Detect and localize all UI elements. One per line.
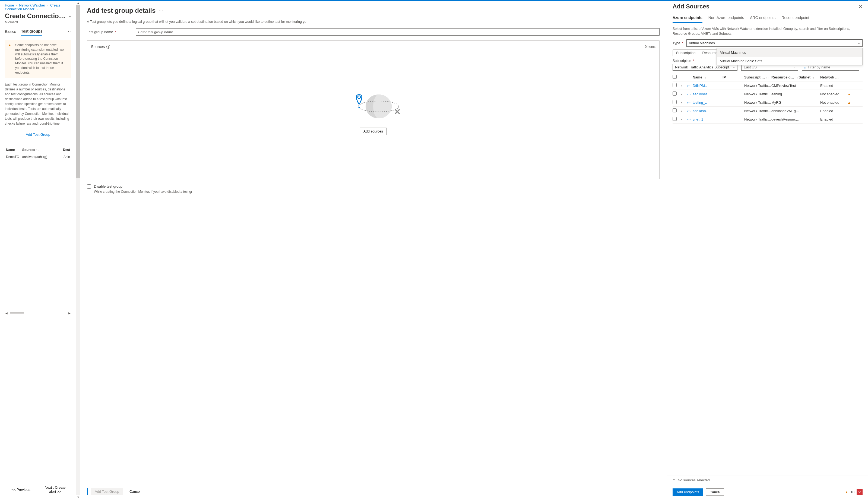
scroll-left-icon[interactable]: ◀ [5, 312, 8, 315]
search-icon: ⌕ [804, 65, 806, 69]
tab-azure-endpoints[interactable]: Azure endpoints [672, 15, 703, 23]
warning-text: Some endpoints do not have monitoring ex… [15, 43, 64, 74]
type-select[interactable]: Virtual Machines ⌄ [686, 39, 863, 47]
cell-network: Enabled [820, 109, 847, 113]
col-ip[interactable]: IP [722, 75, 744, 79]
svg-rect-12 [688, 110, 688, 111]
tab-non-azure-endpoints[interactable]: Non-Azure endpoints [708, 15, 744, 23]
vnet-icon [687, 92, 693, 96]
row-checkbox[interactable] [672, 117, 677, 121]
add-test-group-button[interactable]: Add Test Group [5, 131, 71, 138]
info-icon[interactable]: i [107, 45, 110, 49]
type-option-vmss[interactable]: Virtual Machine Scale Sets [717, 57, 862, 65]
cell-sources: aahilvnet(aahilrg) [22, 155, 60, 159]
cell-network: Not enabled [820, 100, 847, 105]
cancel-button[interactable]: Cancel [126, 488, 144, 495]
col-dest-header[interactable]: Dest [60, 148, 70, 152]
col-subnet[interactable]: Subnet↑↓ [798, 75, 820, 79]
col-name[interactable]: Name↑↓ [693, 75, 722, 79]
tab-recent-endpoint[interactable]: Recent endpoint [781, 15, 809, 23]
panel-description: Select from a list of Azure VMs with Net… [672, 26, 863, 36]
add-endpoints-button[interactable]: Add endpoints [672, 488, 703, 496]
cell-subscription: Network Traffic… [744, 92, 771, 96]
svg-point-3 [359, 107, 360, 108]
endpoints-grid: Name↑↓ IP Subscripti…↑↓ Resource g…↑↓ Su… [672, 73, 863, 123]
row-checkbox[interactable] [672, 108, 677, 112]
expand-icon[interactable]: › [681, 92, 687, 96]
horizontal-scrollbar[interactable]: ◀ ▶ [5, 311, 71, 315]
chevron-down-icon: ⌄ [733, 65, 735, 69]
tab-test-groups[interactable]: Test groups [21, 27, 42, 36]
svg-rect-9 [689, 94, 690, 94]
cell-resource-group: abhilashaVM_g… [771, 109, 798, 113]
error-badge[interactable]: ✕ [857, 489, 863, 495]
table-row[interactable]: ›DtlNPM..Network Traffic…CMPreviewTestEn… [672, 82, 863, 90]
svg-rect-10 [688, 102, 688, 102]
expand-icon[interactable]: › [681, 84, 687, 88]
breadcrumb-home[interactable]: Home [5, 3, 14, 7]
cell-subscription: Network Traffic… [744, 109, 771, 113]
expand-icon[interactable]: › [681, 117, 687, 121]
cell-resource-group: MyRG [771, 100, 798, 105]
scroll-right-icon[interactable]: ▶ [68, 312, 71, 315]
tab-arc-endpoints[interactable]: ARC endpoints [750, 15, 776, 23]
row-checkbox[interactable] [672, 100, 677, 104]
table-row[interactable]: ›testing_..Network Traffic…MyRGNot enabl… [672, 98, 863, 107]
col-network[interactable]: Network … [820, 75, 847, 79]
warning-count: 10 [851, 490, 854, 494]
cell-resource-group: aahilrg [771, 92, 798, 96]
row-checkbox[interactable] [672, 83, 677, 87]
expand-icon[interactable]: › [681, 109, 687, 113]
more-icon[interactable]: ··· [66, 29, 71, 33]
breadcrumb-network-watcher[interactable]: Network Watcher [19, 3, 45, 7]
cell-name: DtlNPM.. [693, 84, 722, 88]
chevron-up-icon[interactable]: ⌃ [672, 478, 675, 482]
close-icon[interactable]: ✕ [858, 3, 863, 10]
select-all-checkbox[interactable] [672, 75, 677, 79]
warning-icon: ▲ [845, 490, 848, 494]
more-icon[interactable]: ··· [159, 9, 163, 13]
cell-name: testing_.. [693, 100, 722, 105]
type-option-vm[interactable]: Virtual Machines [717, 48, 862, 57]
cell-dest: Anin [60, 155, 70, 159]
type-label: Type * [672, 41, 683, 45]
row-checkbox[interactable] [672, 92, 677, 96]
collapse-icon[interactable]: « [69, 14, 71, 18]
disable-test-group-sublabel: While creating the Connection Monitor, i… [94, 190, 659, 194]
svg-point-2 [358, 96, 360, 99]
next-button[interactable]: Next : Create alert >> [39, 484, 71, 495]
cancel-button[interactable]: Cancel [706, 488, 724, 496]
warning-icon: ▲ [847, 92, 854, 96]
cell-subscription: Network Traffic… [744, 100, 771, 105]
no-sources-label: No sources selected [678, 478, 710, 482]
cell-name: aahilvnet [693, 92, 722, 96]
add-sources-button[interactable]: Add sources [360, 127, 386, 135]
table-row[interactable]: ›vnet_1Network Traffic…deveshResourc…Ena… [672, 115, 863, 123]
table-row[interactable]: ›aahilvnetNetwork Traffic…aahilrgNot ena… [672, 90, 863, 98]
sources-label: Sources [91, 45, 105, 49]
col-subscription[interactable]: Subscripti…↑↓ [744, 75, 771, 79]
cell-name: DemoTG [6, 155, 22, 159]
col-resource-group[interactable]: Resource g…↑↓ [771, 75, 798, 79]
warning-banner: ▲ Some endpoints do not have monitoring … [5, 40, 71, 78]
cell-subscription: Network Traffic… [744, 84, 771, 88]
globe-illustration [343, 88, 403, 121]
tab-basics[interactable]: Basics [5, 27, 16, 35]
table-row[interactable]: ›abhilash.Network Traffic…abhilashaVM_g…… [672, 107, 863, 115]
vnet-icon [687, 84, 693, 87]
disable-test-group-checkbox[interactable] [87, 184, 91, 189]
svg-rect-8 [688, 94, 688, 94]
segment-subscription[interactable]: Subscription [673, 50, 699, 56]
previous-button[interactable]: << Previous [5, 484, 37, 495]
page-subtitle: Microsoft [0, 20, 76, 27]
cell-name: vnet_1 [693, 117, 722, 121]
expand-icon[interactable]: › [681, 100, 687, 105]
vertical-scrollbar[interactable]: ▲ ▼ [76, 1, 80, 499]
chevron-down-icon: ⌄ [858, 41, 860, 45]
table-row[interactable]: DemoTG aahilvnet(aahilrg) Anin [5, 154, 71, 160]
col-name-header[interactable]: Name [6, 148, 22, 152]
col-sources-header[interactable]: Sources ↑↓ [22, 148, 60, 152]
cell-resource-group: CMPreviewTest [771, 84, 798, 88]
cell-network: Enabled [820, 84, 847, 88]
test-group-name-input[interactable] [136, 28, 659, 36]
